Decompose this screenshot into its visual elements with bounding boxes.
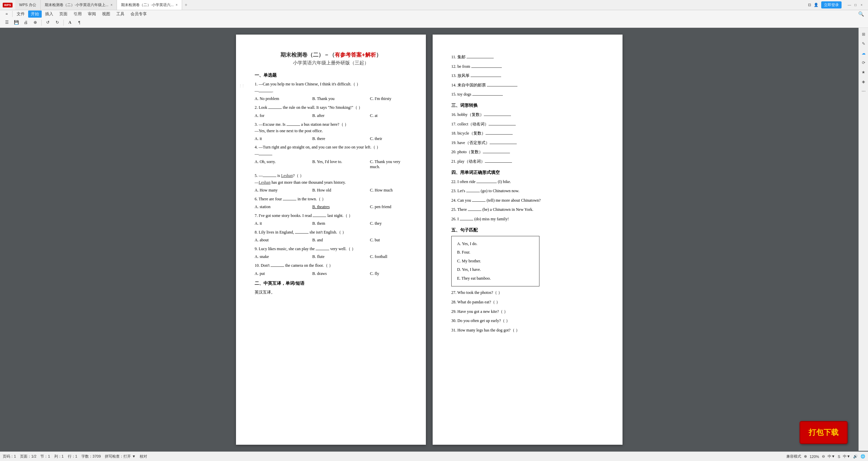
top-bar: WPS WPS 办公 期末检测卷（二）·小学英语六年级上... × 期末检测卷（… xyxy=(0,0,868,10)
sidebar-icon-1[interactable]: ⊞ xyxy=(860,31,867,38)
menu-page[interactable]: 页面 xyxy=(57,11,70,18)
item-15: 15. toy dogs xyxy=(451,91,604,98)
section2-header: 二、中英互译，单词/短语 xyxy=(255,280,407,286)
tab-doc1[interactable]: 期末检测卷（二）·小学英语六年级上... × xyxy=(41,0,117,10)
bottom-bar-right: 兼容模式 ⊕ 120% ⊖ 中▼ S 中▼ 🔊 🌐 xyxy=(786,454,865,459)
match-c: C. My brother. xyxy=(457,258,534,265)
menu-file[interactable]: 文件 xyxy=(14,11,27,18)
option-8c: C. but xyxy=(370,238,407,243)
toolbar-btn-undo[interactable]: ↺ xyxy=(44,19,52,27)
blank-10 xyxy=(271,262,284,267)
item-29: 29. Have you got a new kite?（ ） xyxy=(451,308,604,316)
document-page-2: 11. 集邮 12. be from 13. 放风筝 14. 来自中国的邮票 1… xyxy=(433,35,623,445)
sidebar-icon-7[interactable]: ⋯ xyxy=(860,87,867,95)
bottom-zoom: 120% xyxy=(810,455,819,459)
menu-review[interactable]: 审阅 xyxy=(85,11,99,18)
option-7b: B. them xyxy=(312,221,350,226)
menu-tools[interactable]: 工具 xyxy=(114,11,127,18)
toolbar-btn-copy[interactable]: ⊕ xyxy=(31,19,39,27)
match-a: A. Yes, I do. xyxy=(457,240,534,248)
wps-logo: WPS xyxy=(3,3,13,7)
question-9: 9. Lucy likes music, she can play the ve… xyxy=(255,245,407,252)
sidebar-icon-6[interactable]: ◈ xyxy=(860,78,867,85)
option-6c: C. pen friend xyxy=(370,204,407,209)
menu-home[interactable]: 开始 xyxy=(28,11,42,18)
option-5b: B. How old xyxy=(312,188,350,193)
bottom-zoom-out[interactable]: ⊖ xyxy=(822,454,825,459)
minimize-button[interactable]: — xyxy=(847,3,852,7)
search-icon[interactable]: 🔍 xyxy=(858,11,864,17)
toolbar-btn-format[interactable]: ¶ xyxy=(75,19,83,27)
option-6b: B. theatres xyxy=(312,204,350,209)
menu-hamburger[interactable]: ≡ xyxy=(3,10,11,18)
item-31: 31. How many legs has the dog got?（ ） xyxy=(451,327,604,334)
tab-close-2[interactable]: × xyxy=(176,3,178,7)
tab-doc2[interactable]: 期末检测卷（二）·小学英语六... × xyxy=(117,0,182,10)
document-page-1: ⋮⋮ 期末检测卷（二）－（有参考答案+解析） 小学英语六年级上册外研版（三起） … xyxy=(236,35,426,445)
option-7c: C. they xyxy=(370,221,407,226)
tab-add-button[interactable]: + xyxy=(182,2,190,8)
sidebar-icon-5[interactable]: ★ xyxy=(860,68,867,76)
top-bar-left: WPS xyxy=(0,3,13,7)
tab-label: 期末检测卷（二）·小学英语六... xyxy=(121,2,174,7)
blank-7 xyxy=(313,212,326,217)
item-20: 20. photo（复数） xyxy=(451,148,604,156)
option-2a: A. for xyxy=(255,113,292,118)
section2-sub: 英汉互译。 xyxy=(255,289,407,296)
bottom-col: 列：1 xyxy=(54,454,64,459)
options-row-9: A. snake B. flute C. football xyxy=(255,254,407,259)
right-sidebar: ⊞ ✎ ☁ ⟳ ★ ◈ ⋯ xyxy=(859,28,868,451)
option-9a: A. snake xyxy=(255,254,292,259)
section3-header: 三、词形转换 xyxy=(451,102,604,108)
question-10: 10. Don't the camera on the floor.（ ） xyxy=(255,262,407,269)
toolbar-btn-a[interactable]: A xyxy=(66,19,74,27)
sidebar-icon-2[interactable]: ✎ xyxy=(860,40,867,47)
blank-4 xyxy=(259,151,272,155)
bottom-zoom-in[interactable]: ⊕ xyxy=(804,454,807,459)
section1-header: 一、单选题 xyxy=(255,72,407,78)
match-b: B. Four. xyxy=(457,249,534,256)
toolbar-btn-redo[interactable]: ↻ xyxy=(53,19,61,27)
ribbon: ≡ 文件 开始 插入 页面 引用 审阅 视图 工具 会员专享 🔍 ☰ 💾 🖨 ⊕… xyxy=(0,10,868,28)
register-button[interactable]: 立即登录 xyxy=(821,1,842,8)
sidebar-icon-3[interactable]: ☁ xyxy=(860,49,867,57)
blank-3 xyxy=(287,121,300,126)
bottom-icon-2: 中▼ xyxy=(843,454,850,459)
toolbar-btn-print[interactable]: 🖨 xyxy=(22,19,30,27)
menu-member[interactable]: 会员专享 xyxy=(128,11,150,18)
toolbar-btn-save[interactable]: 💾 xyxy=(12,19,20,27)
option-7a: A. it xyxy=(255,221,292,226)
close-button[interactable]: × xyxy=(859,3,864,7)
sidebar-icon-4[interactable]: ⟳ xyxy=(860,59,867,66)
toolbar-btn-1[interactable]: ☰ xyxy=(3,19,11,27)
option-9c: C. football xyxy=(370,254,407,259)
bottom-spell: 拼写检查：打开 ▼ xyxy=(105,454,136,459)
item-12: 12. be from xyxy=(451,63,604,71)
blank-20 xyxy=(483,148,510,153)
menu-view[interactable]: 视图 xyxy=(99,11,113,18)
tab-close-1[interactable]: × xyxy=(111,3,113,7)
option-2c: C. at xyxy=(370,113,407,118)
option-10c: C. fly xyxy=(370,271,407,276)
bottom-page: 页码：1 xyxy=(3,454,16,459)
option-5c: C. How much xyxy=(370,188,407,193)
maximize-button[interactable]: □ xyxy=(853,3,858,7)
menu-reference[interactable]: 引用 xyxy=(71,11,84,18)
option-10b: B. draws xyxy=(312,271,350,276)
match-d: D. Yes, I have. xyxy=(457,266,534,274)
question-3: 3. —Excuse me. Is a bus station near her… xyxy=(255,121,407,134)
blank-13 xyxy=(471,72,501,77)
item-24: 24. Can you (tell) me more about Chinato… xyxy=(451,197,604,204)
option-3b: B. there xyxy=(312,136,350,141)
option-9b: B. flute xyxy=(312,254,350,259)
bottom-lang[interactable]: 中▼ xyxy=(828,454,835,459)
options-row-6: A. station B. theatres C. pen friend xyxy=(255,204,407,209)
tab-wps-office[interactable]: WPS 办公 xyxy=(15,0,41,10)
item-27: 27. Who took the photos?（ ） xyxy=(451,289,604,297)
option-1c: C. I'm thirsty xyxy=(370,96,407,101)
bottom-pages: 页面：1/2 xyxy=(20,454,36,459)
blank-24 xyxy=(472,197,486,202)
option-4c: C. Thank you very much. xyxy=(370,159,407,169)
menu-insert[interactable]: 插入 xyxy=(42,11,56,18)
download-button[interactable]: 打包下载 xyxy=(800,421,848,444)
